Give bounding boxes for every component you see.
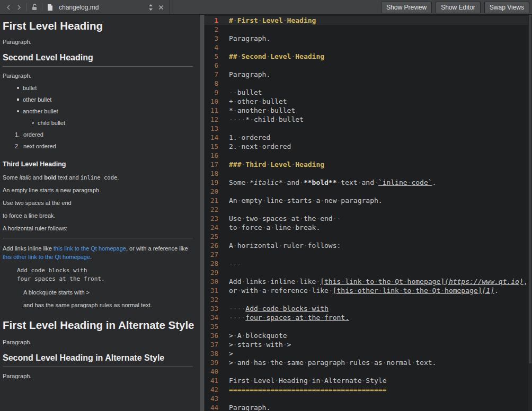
editor-line[interactable]: 16 — [205, 151, 532, 160]
line-number: 31 — [205, 286, 218, 295]
whitespace-dot: · — [233, 97, 237, 105]
updown-arrows-icon[interactable] — [145, 2, 156, 13]
scrollbar-thumb[interactable] — [529, 15, 531, 363]
editor-line[interactable]: 40 — [205, 367, 532, 376]
editor-line[interactable]: 36>·A·blockquote — [205, 331, 532, 340]
editor-line[interactable]: 30Add·links·inline·like·[this·link·to·th… — [205, 277, 532, 286]
whitespace-dot: · — [233, 106, 237, 114]
editor-line[interactable]: 18 — [205, 169, 532, 178]
editor-line[interactable]: 12····*·child·bullet — [205, 115, 532, 124]
editor-line[interactable]: 23Use·two·spaces·at·the·end·· — [205, 214, 532, 223]
whitespace-dot: · — [353, 287, 358, 294]
line-number: 23 — [205, 214, 218, 223]
whitespace-dot: · — [370, 359, 374, 367]
whitespace-dot: · — [233, 16, 237, 24]
editor-line[interactable]: 152.·next·ordered — [205, 142, 532, 151]
line-number: 38 — [205, 349, 218, 358]
preview-text: . — [90, 254, 92, 260]
editor-line[interactable]: 41First·Level·Heading·in·Alternate·Style — [205, 376, 532, 385]
whitespace-dot: · — [233, 242, 237, 249]
editor-line[interactable]: 39>·and·has·the·same·paragraph·rules·as·… — [205, 358, 532, 367]
square-bullet-icon — [17, 99, 19, 101]
whitespace-dot: · — [266, 278, 270, 285]
line-number: 16 — [205, 151, 218, 160]
line-number: 3 — [205, 34, 218, 43]
whitespace-dot: · — [233, 341, 237, 349]
editor-line[interactable]: 42====================================== — [205, 385, 532, 394]
list-item-label: child bullet — [38, 120, 65, 127]
editor-line[interactable]: 5##·Second·Level·Heading — [205, 52, 532, 61]
editor-line[interactable]: 2 — [205, 25, 532, 34]
swap-views-button[interactable]: Swap Views — [484, 2, 529, 13]
editor-line[interactable]: 11*·another·bullet — [205, 106, 532, 115]
editor-line[interactable]: 38> — [205, 349, 532, 358]
whitespace-dot: · — [320, 377, 324, 385]
editor-line[interactable]: 10+·other·bullet — [205, 97, 532, 106]
list-item: bullet — [3, 82, 197, 94]
code-block-line: four spaces at the front. — [17, 275, 197, 283]
list-item-label: next ordered — [23, 143, 56, 150]
filename-label[interactable]: changelog.md — [59, 4, 145, 11]
editor-line[interactable]: 24to·force·a·line·break. — [205, 223, 532, 232]
show-preview-button[interactable]: Show Preview — [381, 2, 432, 13]
forward-button[interactable] — [14, 2, 24, 13]
whitespace-dot: · — [262, 314, 267, 321]
editor-line[interactable]: 20 — [205, 187, 532, 196]
scrollbar-thumb[interactable] — [200, 15, 204, 411]
editor-line[interactable]: 6 — [205, 61, 532, 70]
qt-homepage-link[interactable]: this link to the Qt homepage — [54, 245, 126, 252]
whitespace-dot: · — [283, 359, 287, 367]
editor-line[interactable]: 33····Add·code·blocks·with — [205, 304, 532, 313]
editor-line[interactable]: 37>·starts·with·> — [205, 340, 532, 349]
editor-line[interactable]: 34····four·spaces·at·the·front. — [205, 313, 532, 322]
editor-line[interactable]: 22 — [205, 205, 532, 214]
whitespace-dot: · — [374, 278, 378, 285]
editor-scrollbar[interactable] — [528, 15, 532, 411]
editor-line[interactable]: 25 — [205, 232, 532, 241]
editor-line[interactable]: 1#·First·Level·Heading — [205, 16, 532, 25]
whitespace-dot: ·· — [333, 215, 341, 222]
markdown-source-editor[interactable]: 1#·First·Level·Heading23Paragraph.45##·S… — [205, 15, 532, 411]
show-editor-button[interactable]: Show Editor — [436, 2, 481, 13]
editor-line[interactable]: 27 — [205, 250, 532, 259]
qt-homepage-reference-link[interactable]: this other link to the Qt homepage — [3, 254, 90, 260]
preview-inline-styles-paragraph: Some italic and bold text and inline cod… — [3, 174, 197, 181]
editor-line[interactable]: 43 — [205, 394, 532, 403]
editor-line[interactable]: 8 — [205, 79, 532, 88]
editor-line[interactable]: 19Some·*italic*·and·**bold**·text·and·`i… — [205, 178, 532, 187]
whitespace-dot: · — [320, 196, 324, 204]
editor-line[interactable]: 17###·Third·Level·Heading — [205, 160, 532, 169]
back-button[interactable] — [3, 2, 14, 13]
editor-line[interactable]: 32 — [205, 295, 532, 304]
whitespace-dot: · — [358, 178, 362, 186]
line-number: 1 — [205, 16, 218, 25]
preview-scrollbar[interactable] — [200, 15, 205, 411]
code-block: Add code blocks withfour spaces at the f… — [17, 266, 197, 283]
editor-lines[interactable]: 1#·First·Level·Heading23Paragraph.45##·S… — [205, 16, 532, 411]
ordered-number: 2. — [15, 143, 22, 150]
whitespace-dot: · — [241, 215, 245, 222]
lock-icon — [29, 2, 40, 13]
line-number: 24 — [205, 223, 218, 232]
editor-line[interactable]: 4 — [205, 43, 532, 52]
editor-line[interactable]: 44Paragraph. — [205, 403, 532, 411]
editor-line[interactable]: 29 — [205, 268, 532, 277]
whitespace-dot: · — [258, 215, 262, 222]
editor-line[interactable]: 35 — [205, 322, 532, 331]
editor-line[interactable]: 141.·ordered — [205, 133, 532, 142]
editor-line[interactable]: 21An·empty·line·starts·a·new·paragraph. — [205, 196, 532, 205]
whitespace-dot: · — [233, 332, 237, 339]
editor-line[interactable]: 26A·horizontal·ruler·follows: — [205, 241, 532, 250]
whitespace-dot: · — [391, 278, 395, 285]
disc-bullet-icon — [17, 110, 19, 112]
close-button[interactable] — [156, 2, 166, 13]
editor-line[interactable]: 3Paragraph. — [205, 34, 532, 43]
editor-line[interactable]: 13 — [205, 124, 532, 133]
editor-line[interactable]: 28--- — [205, 259, 532, 268]
preview-paragraph: Paragraph. — [3, 39, 197, 46]
editor-line[interactable]: 31or·with·a·reference·like·[this·other·l… — [205, 286, 532, 295]
whitespace-dot: · — [383, 359, 387, 367]
editor-line[interactable]: 7Paragraph. — [205, 70, 532, 79]
whitespace-dot: · — [266, 160, 270, 168]
editor-line[interactable]: 9-·bullet — [205, 88, 532, 97]
